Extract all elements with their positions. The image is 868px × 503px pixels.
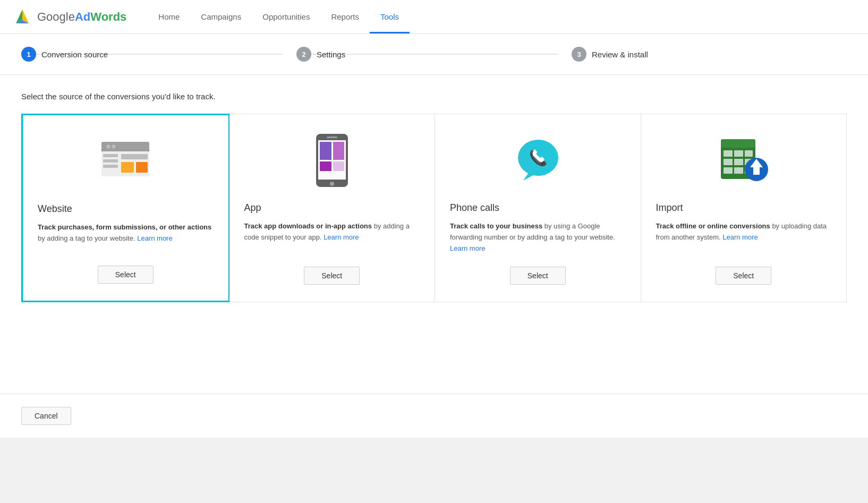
footer: Cancel [0, 394, 868, 438]
app-learn-more[interactable]: Learn more [324, 233, 359, 241]
step-1-circle: 1 [21, 47, 36, 62]
svg-rect-11 [103, 165, 118, 168]
nav-campaigns[interactable]: Campaigns [190, 0, 252, 33]
step-conversion-source: 1 Conversion source [21, 47, 296, 62]
card-website[interactable]: Website Track purchases, form submission… [21, 114, 230, 302]
svg-rect-34 [724, 167, 733, 174]
svg-rect-28 [724, 150, 733, 157]
step-2-label: Settings [317, 50, 345, 59]
logo: GoogleAdWords [13, 7, 126, 27]
app-card-desc: Track app downloads or in-app actions by… [244, 221, 420, 254]
app-card-title: App [244, 202, 261, 214]
svg-rect-19 [320, 142, 331, 160]
svg-point-7 [112, 144, 116, 148]
svg-marker-24 [523, 173, 538, 181]
svg-rect-18 [327, 137, 337, 138]
website-card-desc: Track purchases, form submissions, or ot… [38, 222, 214, 253]
app-icon [313, 133, 351, 189]
svg-rect-29 [734, 150, 743, 157]
phone-calls-learn-more[interactable]: Learn more [450, 244, 485, 252]
website-icon [99, 139, 152, 184]
section-title: Select the source of the conversions you… [21, 92, 847, 101]
svg-rect-12 [121, 162, 134, 173]
main-content: 1 Conversion source 2 Settings 3 Review … [0, 34, 868, 438]
phone-calls-card-desc: Track calls to your business by using a … [450, 221, 626, 254]
import-card-desc: Track offline or online conversions by u… [656, 221, 832, 254]
svg-rect-30 [745, 150, 753, 157]
svg-point-6 [107, 144, 110, 148]
import-card-title: Import [656, 202, 683, 214]
step-review-install: 3 Review & install [572, 47, 847, 62]
card-import[interactable]: Import Track offline or online conversio… [641, 114, 847, 302]
phone-calls-select-button[interactable]: Select [510, 267, 566, 285]
svg-rect-9 [103, 154, 118, 157]
step-settings: 2 Settings [296, 47, 572, 62]
logo-text: GoogleAdWords [37, 10, 126, 24]
svg-rect-22 [333, 161, 344, 171]
card-phone-calls[interactable]: 📞 Phone calls Track calls to your busine… [435, 114, 641, 302]
app-icon-area [244, 131, 420, 190]
website-select-button[interactable]: Select [98, 266, 154, 284]
import-select-button[interactable]: Select [716, 267, 771, 285]
svg-rect-31 [724, 159, 733, 165]
cancel-button[interactable]: Cancel [21, 407, 71, 425]
steps-bar: 1 Conversion source 2 Settings 3 Review … [0, 34, 868, 75]
main-nav: Home Campaigns Opportunities Reports Too… [148, 0, 410, 33]
nav-home[interactable]: Home [148, 0, 190, 33]
phone-calls-icon: 📞 [513, 135, 563, 186]
svg-rect-32 [734, 159, 743, 165]
step-1-label: Conversion source [41, 50, 108, 59]
header: GoogleAdWords Home Campaigns Opportuniti… [0, 0, 868, 34]
card-app[interactable]: App Track app downloads or in-app action… [229, 114, 436, 302]
website-card-title: Website [38, 203, 72, 215]
nav-reports[interactable]: Reports [320, 0, 370, 33]
svg-rect-14 [121, 154, 148, 159]
step-3-circle: 3 [572, 47, 586, 62]
nav-opportunities[interactable]: Opportunities [252, 0, 320, 33]
svg-rect-27 [721, 139, 755, 148]
nav-tools[interactable]: Tools [370, 0, 410, 33]
import-learn-more[interactable]: Learn more [722, 233, 758, 241]
svg-rect-21 [320, 161, 331, 171]
cards-grid: Website Track purchases, form submission… [21, 114, 847, 302]
phone-icon-area: 📞 [450, 131, 626, 190]
website-icon-area [38, 132, 214, 191]
step-2-circle: 2 [296, 47, 311, 62]
import-icon-area [656, 131, 832, 190]
svg-rect-20 [333, 142, 344, 160]
logo-icon [13, 7, 32, 27]
app-select-button[interactable]: Select [304, 267, 360, 285]
content-area: Select the source of the conversions you… [0, 75, 868, 394]
phone-calls-card-title: Phone calls [450, 202, 499, 214]
svg-rect-10 [103, 159, 118, 163]
svg-rect-13 [136, 162, 148, 173]
svg-point-17 [330, 182, 334, 186]
website-learn-more[interactable]: Learn more [137, 234, 172, 242]
import-icon [718, 137, 769, 184]
svg-rect-35 [734, 167, 743, 174]
step-3-label: Review & install [592, 50, 648, 59]
